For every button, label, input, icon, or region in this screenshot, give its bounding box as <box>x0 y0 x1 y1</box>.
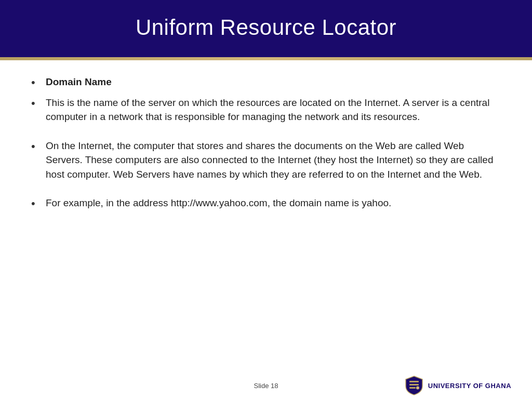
svg-rect-2 <box>409 387 416 389</box>
slide-container: Uniform Resource Locator Domain Name Thi… <box>0 0 532 399</box>
list-item: Domain Name <box>31 75 501 89</box>
slide-content: Domain Name This is the name of the serv… <box>0 60 532 372</box>
bullet-dot-4 <box>31 197 46 209</box>
slide-number: Slide 18 <box>184 382 348 390</box>
list-item: This is the name of the server on which … <box>31 96 501 124</box>
bullet-dot-3 <box>31 140 46 152</box>
university-name: UNIVERSITY OF GHANA <box>428 382 511 390</box>
slide-header: Uniform Resource Locator <box>0 0 532 57</box>
bullet-text-3: On the Internet, the computer that store… <box>46 139 501 182</box>
bullet-list: Domain Name This is the name of the serv… <box>31 75 501 217</box>
slide-footer: Slide 18 UNIVERSITY OF GHANA <box>0 372 532 399</box>
svg-rect-0 <box>409 381 419 382</box>
footer-right: UNIVERSITY OF GHANA <box>348 376 511 395</box>
bullet-dot-1 <box>31 76 46 88</box>
svg-point-3 <box>416 387 419 390</box>
university-shield-icon <box>405 376 423 395</box>
list-item: For example, in the address http://www.y… <box>31 196 501 210</box>
svg-rect-1 <box>409 384 419 385</box>
bullet-text-2: This is the name of the server on which … <box>46 96 501 124</box>
slide-title: Uniform Resource Locator <box>136 15 396 40</box>
bullet-text-4: For example, in the address http://www.y… <box>46 196 391 210</box>
bullet-dot-2 <box>31 97 46 109</box>
bullet-text-1: Domain Name <box>46 75 112 89</box>
list-item: On the Internet, the computer that store… <box>31 139 501 182</box>
